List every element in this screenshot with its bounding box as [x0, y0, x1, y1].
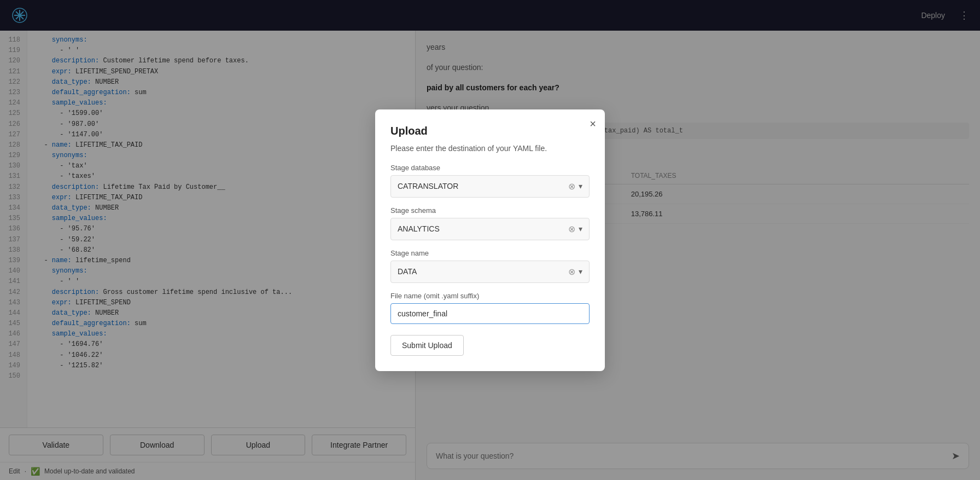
- stage-name-select[interactable]: DATA ⊗ ▾: [390, 261, 590, 283]
- upload-modal: Upload × Please enter the destination of…: [375, 109, 605, 371]
- stage-schema-label: Stage schema: [390, 206, 590, 215]
- file-name-label: File name (omit .yaml suffix): [390, 292, 590, 300]
- stage-database-select[interactable]: CATRANSLATOR ⊗ ▾: [390, 175, 590, 198]
- stage-schema-arrow-button[interactable]: ▾: [579, 224, 582, 233]
- stage-schema-group: Stage schema ANALYTICS ⊗ ▾: [390, 206, 590, 240]
- file-name-group: File name (omit .yaml suffix): [390, 292, 590, 324]
- stage-name-value: DATA: [398, 267, 568, 276]
- modal-title: Upload: [390, 125, 590, 137]
- stage-database-label: Stage database: [390, 164, 590, 172]
- stage-name-arrow-button[interactable]: ▾: [579, 267, 582, 276]
- stage-name-group: Stage name DATA ⊗ ▾: [390, 249, 590, 283]
- stage-database-value: CATRANSLATOR: [398, 182, 568, 190]
- stage-schema-value: ANALYTICS: [398, 224, 568, 233]
- stage-name-label: Stage name: [390, 249, 590, 257]
- modal-overlay[interactable]: Upload × Please enter the destination of…: [0, 0, 980, 480]
- stage-database-group: Stage database CATRANSLATOR ⊗ ▾: [390, 164, 590, 198]
- stage-schema-clear-button[interactable]: ⊗: [568, 224, 575, 234]
- submit-upload-button[interactable]: Submit Upload: [390, 335, 464, 356]
- modal-close-button[interactable]: ×: [590, 118, 596, 129]
- file-name-input[interactable]: [390, 303, 590, 324]
- stage-database-arrow-button[interactable]: ▾: [579, 182, 582, 190]
- stage-name-clear-button[interactable]: ⊗: [568, 267, 575, 277]
- modal-subtitle: Please enter the destination of your YAM…: [390, 144, 590, 153]
- stage-database-clear-button[interactable]: ⊗: [568, 181, 575, 192]
- stage-schema-select[interactable]: ANALYTICS ⊗ ▾: [390, 218, 590, 240]
